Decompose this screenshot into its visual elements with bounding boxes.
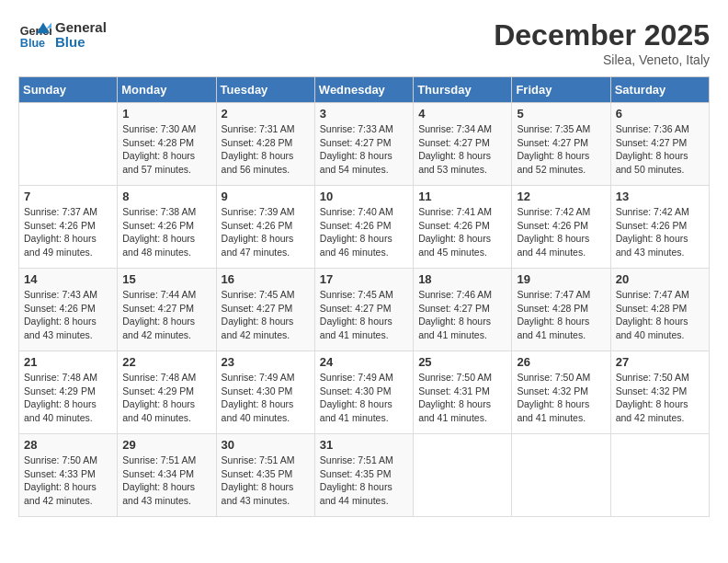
calendar-cell: 7Sunrise: 7:37 AM Sunset: 4:26 PM Daylig…: [19, 186, 118, 269]
calendar-cell: 13Sunrise: 7:42 AM Sunset: 4:26 PM Dayli…: [610, 186, 709, 269]
day-info: Sunrise: 7:38 AM Sunset: 4:26 PM Dayligh…: [122, 205, 210, 259]
calendar-table: SundayMondayTuesdayWednesdayThursdayFrid…: [18, 76, 710, 517]
day-number: 31: [320, 438, 408, 452]
day-info: Sunrise: 7:48 AM Sunset: 4:29 PM Dayligh…: [122, 371, 210, 425]
title-block: December 2025 Silea, Veneto, Italy: [494, 18, 710, 67]
day-info: Sunrise: 7:33 AM Sunset: 4:27 PM Dayligh…: [320, 122, 408, 177]
weekday-header-sunday: Sunday: [19, 77, 118, 103]
day-info: Sunrise: 7:47 AM Sunset: 4:28 PM Dayligh…: [517, 288, 605, 342]
calendar-cell: 2Sunrise: 7:31 AM Sunset: 4:28 PM Daylig…: [216, 103, 314, 186]
calendar-week-4: 21Sunrise: 7:48 AM Sunset: 4:29 PM Dayli…: [19, 351, 710, 434]
day-info: Sunrise: 7:45 AM Sunset: 4:27 PM Dayligh…: [222, 288, 310, 342]
day-info: Sunrise: 7:51 AM Sunset: 4:35 PM Dayligh…: [222, 454, 310, 508]
calendar-cell: 17Sunrise: 7:45 AM Sunset: 4:27 PM Dayli…: [314, 269, 413, 351]
day-number: 19: [517, 272, 605, 286]
calendar-cell: 8Sunrise: 7:38 AM Sunset: 4:26 PM Daylig…: [118, 186, 216, 269]
day-info: Sunrise: 7:35 AM Sunset: 4:27 PM Dayligh…: [517, 122, 605, 177]
calendar-cell: [512, 434, 610, 517]
calendar-cell: 25Sunrise: 7:50 AM Sunset: 4:31 PM Dayli…: [414, 351, 512, 434]
weekday-header-saturday: Saturday: [610, 77, 709, 103]
day-number: 29: [122, 438, 210, 452]
calendar-cell: 4Sunrise: 7:34 AM Sunset: 4:27 PM Daylig…: [414, 103, 512, 186]
day-info: Sunrise: 7:50 AM Sunset: 4:33 PM Dayligh…: [24, 454, 112, 508]
day-number: 16: [222, 272, 310, 286]
calendar-cell: 26Sunrise: 7:50 AM Sunset: 4:32 PM Dayli…: [512, 351, 610, 434]
calendar-cell: [19, 103, 118, 186]
day-info: Sunrise: 7:30 AM Sunset: 4:28 PM Dayligh…: [122, 122, 210, 177]
day-number: 17: [320, 272, 408, 286]
weekday-header-row: SundayMondayTuesdayWednesdayThursdayFrid…: [19, 77, 710, 103]
day-number: 9: [222, 190, 310, 203]
day-info: Sunrise: 7:45 AM Sunset: 4:27 PM Dayligh…: [320, 288, 408, 342]
calendar-week-1: 1Sunrise: 7:30 AM Sunset: 4:28 PM Daylig…: [19, 103, 710, 186]
calendar-cell: 30Sunrise: 7:51 AM Sunset: 4:35 PM Dayli…: [216, 434, 314, 517]
calendar-cell: 31Sunrise: 7:51 AM Sunset: 4:35 PM Dayli…: [314, 434, 413, 517]
day-number: 20: [616, 272, 704, 286]
weekday-header-friday: Friday: [512, 77, 610, 103]
day-number: 21: [24, 355, 112, 369]
calendar-cell: 18Sunrise: 7:46 AM Sunset: 4:27 PM Dayli…: [414, 269, 512, 351]
calendar-cell: 5Sunrise: 7:35 AM Sunset: 4:27 PM Daylig…: [512, 103, 610, 186]
day-number: 24: [320, 355, 408, 369]
logo-text-blue: Blue: [55, 35, 107, 51]
day-info: Sunrise: 7:42 AM Sunset: 4:26 PM Dayligh…: [616, 205, 704, 259]
day-info: Sunrise: 7:50 AM Sunset: 4:32 PM Dayligh…: [616, 371, 704, 425]
day-number: 11: [418, 190, 506, 203]
day-info: Sunrise: 7:50 AM Sunset: 4:31 PM Dayligh…: [418, 371, 506, 425]
day-number: 6: [616, 107, 704, 121]
day-number: 1: [122, 107, 210, 121]
day-number: 12: [517, 190, 605, 203]
day-info: Sunrise: 7:49 AM Sunset: 4:30 PM Dayligh…: [222, 371, 310, 425]
calendar-cell: 6Sunrise: 7:36 AM Sunset: 4:27 PM Daylig…: [610, 103, 709, 186]
day-info: Sunrise: 7:51 AM Sunset: 4:35 PM Dayligh…: [320, 454, 408, 508]
day-number: 4: [418, 107, 506, 121]
day-number: 25: [418, 355, 506, 369]
day-info: Sunrise: 7:34 AM Sunset: 4:27 PM Dayligh…: [418, 122, 506, 177]
day-info: Sunrise: 7:36 AM Sunset: 4:27 PM Dayligh…: [616, 122, 704, 177]
day-info: Sunrise: 7:39 AM Sunset: 4:26 PM Dayligh…: [222, 205, 310, 259]
calendar-cell: 15Sunrise: 7:44 AM Sunset: 4:27 PM Dayli…: [118, 269, 216, 351]
calendar-cell: 24Sunrise: 7:49 AM Sunset: 4:30 PM Dayli…: [314, 351, 413, 434]
day-number: 5: [517, 107, 605, 121]
calendar-week-2: 7Sunrise: 7:37 AM Sunset: 4:26 PM Daylig…: [19, 186, 710, 269]
day-info: Sunrise: 7:43 AM Sunset: 4:26 PM Dayligh…: [24, 288, 112, 342]
calendar-cell: 14Sunrise: 7:43 AM Sunset: 4:26 PM Dayli…: [19, 269, 118, 351]
day-number: 22: [122, 355, 210, 369]
weekday-header-thursday: Thursday: [414, 77, 512, 103]
calendar-week-5: 28Sunrise: 7:50 AM Sunset: 4:33 PM Dayli…: [19, 434, 710, 517]
logo-icon: General Blue: [18, 18, 51, 52]
weekday-header-monday: Monday: [118, 77, 216, 103]
day-info: Sunrise: 7:42 AM Sunset: 4:26 PM Dayligh…: [517, 205, 605, 259]
logo: General Blue General Blue: [18, 18, 107, 52]
day-info: Sunrise: 7:46 AM Sunset: 4:27 PM Dayligh…: [418, 288, 506, 342]
calendar-body: 1Sunrise: 7:30 AM Sunset: 4:28 PM Daylig…: [19, 103, 710, 517]
day-number: 23: [222, 355, 310, 369]
day-number: 18: [418, 272, 506, 286]
day-number: 2: [222, 107, 310, 121]
calendar-cell: 1Sunrise: 7:30 AM Sunset: 4:28 PM Daylig…: [118, 103, 216, 186]
month-title: December 2025: [494, 18, 710, 52]
calendar-cell: 9Sunrise: 7:39 AM Sunset: 4:26 PM Daylig…: [216, 186, 314, 269]
day-number: 10: [320, 190, 408, 203]
day-info: Sunrise: 7:49 AM Sunset: 4:30 PM Dayligh…: [320, 371, 408, 425]
day-number: 28: [24, 438, 112, 452]
day-info: Sunrise: 7:44 AM Sunset: 4:27 PM Dayligh…: [122, 288, 210, 342]
calendar-week-3: 14Sunrise: 7:43 AM Sunset: 4:26 PM Dayli…: [19, 269, 710, 351]
day-number: 26: [517, 355, 605, 369]
calendar-cell: [610, 434, 709, 517]
day-info: Sunrise: 7:31 AM Sunset: 4:28 PM Dayligh…: [222, 122, 310, 177]
calendar-cell: 27Sunrise: 7:50 AM Sunset: 4:32 PM Dayli…: [610, 351, 709, 434]
day-number: 30: [222, 438, 310, 452]
day-info: Sunrise: 7:48 AM Sunset: 4:29 PM Dayligh…: [24, 371, 112, 425]
calendar-cell: 21Sunrise: 7:48 AM Sunset: 4:29 PM Dayli…: [19, 351, 118, 434]
calendar-cell: 28Sunrise: 7:50 AM Sunset: 4:33 PM Dayli…: [19, 434, 118, 517]
calendar-cell: 22Sunrise: 7:48 AM Sunset: 4:29 PM Dayli…: [118, 351, 216, 434]
location-subtitle: Silea, Veneto, Italy: [494, 52, 710, 67]
day-number: 7: [24, 190, 112, 203]
day-number: 3: [320, 107, 408, 121]
day-number: 15: [122, 272, 210, 286]
day-info: Sunrise: 7:40 AM Sunset: 4:26 PM Dayligh…: [320, 205, 408, 259]
weekday-header-tuesday: Tuesday: [216, 77, 314, 103]
calendar-cell: 11Sunrise: 7:41 AM Sunset: 4:26 PM Dayli…: [414, 186, 512, 269]
calendar-cell: 19Sunrise: 7:47 AM Sunset: 4:28 PM Dayli…: [512, 269, 610, 351]
